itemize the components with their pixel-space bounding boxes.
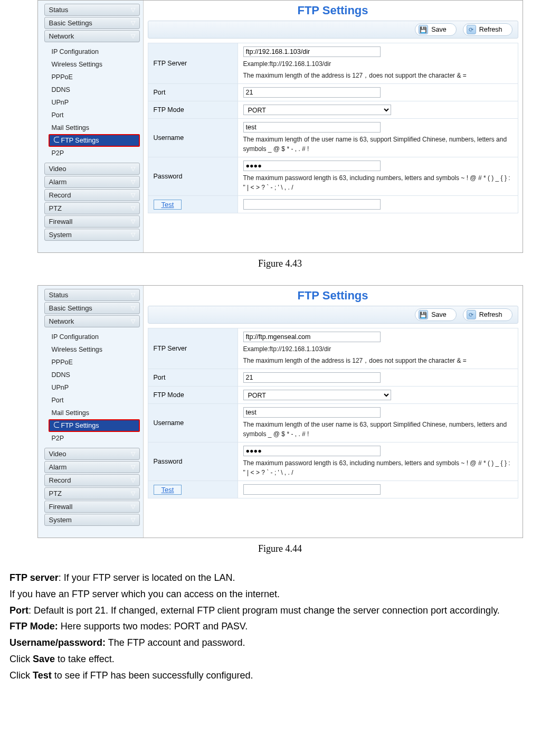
test-button[interactable]: Test — [154, 485, 182, 495]
settings-table: FTP Server Example:ftp://192.168.1.103/d… — [148, 328, 518, 498]
doc-p7c: to see if FTP has been successfully conf… — [52, 670, 253, 681]
sidebar-item-port[interactable]: Port — [49, 109, 140, 121]
sidebar-cat-network[interactable]: Network▽ — [44, 315, 140, 327]
sidebar-item-pppoe[interactable]: PPPoE — [49, 356, 140, 369]
ftp-mode-select[interactable]: PORT — [243, 105, 391, 115]
sidebar-item-ip-configuration[interactable]: IP Configuration — [49, 45, 140, 58]
port-input[interactable] — [243, 372, 381, 383]
ftp-mode-select[interactable]: PORT — [243, 390, 391, 400]
sidebar-item-pppoe[interactable]: PPPoE — [49, 71, 140, 83]
sidebar-cat-basic-settings[interactable]: Basic Settings▽ — [44, 302, 140, 314]
sidebar-cat-alarm[interactable]: Alarm▽ — [44, 461, 140, 473]
sidebar-cat-status[interactable]: Status▽ — [44, 289, 140, 301]
doc-p7a: Click — [10, 670, 33, 681]
label-ftp-mode: FTP Mode — [148, 101, 238, 119]
toolbar: 💾Save ⟳Refresh — [148, 21, 518, 39]
refresh-button[interactable]: ⟳Refresh — [463, 23, 512, 36]
chevron-down-icon: ▽ — [131, 291, 135, 298]
port-input[interactable] — [243, 87, 381, 98]
main-panel: FTP Settings 💾Save ⟳Refresh FTP Server E… — [144, 1, 523, 252]
chevron-down-icon: ▽ — [131, 33, 135, 40]
sidebar-item-ftp-settings[interactable]: FTP Settings — [49, 134, 140, 147]
hint-server-max: The maximum length of the address is 127… — [243, 356, 512, 365]
doc-p2: If you have an FTP server which you can … — [10, 587, 537, 602]
sidebar-cat-ptz[interactable]: PTZ▽ — [44, 202, 140, 214]
network-sublist: IP Configuration Wireless Settings PPPoE… — [44, 43, 140, 162]
refresh-icon: ⟳ — [467, 25, 476, 34]
sidebar-item-ip-configuration[interactable]: IP Configuration — [49, 331, 140, 343]
chevron-down-icon: ▽ — [131, 165, 135, 172]
hint-server-max: The maximum length of the address is 127… — [243, 71, 512, 80]
hint-server-example: Example:ftp://192.168.1.103/dir — [243, 344, 512, 354]
username-input[interactable] — [243, 122, 381, 133]
doc-p1-rest: : If your FTP server is located on the L… — [59, 572, 235, 583]
chevron-down-icon: ▽ — [131, 218, 135, 225]
sidebar-item-p2p[interactable]: P2P — [49, 432, 140, 445]
refresh-button[interactable]: ⟳Refresh — [463, 308, 512, 321]
sidebar-cat-system[interactable]: System▽ — [44, 514, 140, 526]
test-result-input[interactable] — [243, 484, 381, 495]
sidebar-item-port[interactable]: Port — [49, 394, 140, 407]
sidebar-cat-video[interactable]: Video▽ — [44, 448, 140, 460]
sidebar-cat-ptz[interactable]: PTZ▽ — [44, 487, 140, 500]
settings-table: FTP Server Example:ftp://192.168.1.103/d… — [148, 43, 518, 213]
label-username: Username — [148, 404, 238, 442]
test-result-input[interactable] — [243, 199, 381, 210]
label-ftp-server: FTP Server — [148, 328, 238, 369]
label-port: Port — [148, 84, 238, 101]
label-password: Password — [148, 157, 238, 196]
chevron-down-icon: ▽ — [131, 464, 135, 470]
sidebar: Status▽ Basic Settings▽ Network▽ IP Conf… — [38, 1, 144, 252]
refresh-icon: ⟳ — [467, 310, 476, 319]
sidebar-item-upnp[interactable]: UPnP — [49, 381, 140, 394]
page-title: FTP Settings — [297, 289, 368, 302]
sidebar-cat-status[interactable]: Status▽ — [44, 4, 140, 16]
username-input[interactable] — [243, 407, 381, 418]
password-input[interactable] — [243, 161, 381, 171]
ftp-server-input[interactable] — [243, 46, 381, 57]
sidebar-item-ddns[interactable]: DDNS — [49, 369, 140, 381]
sidebar-item-wireless-settings[interactable]: Wireless Settings — [49, 343, 140, 356]
doc-p3-bold: Port — [10, 605, 29, 616]
doc-p6c: to take effect. — [55, 654, 115, 664]
test-button[interactable]: Test — [154, 200, 182, 210]
sidebar-cat-basic-settings[interactable]: Basic Settings▽ — [44, 17, 140, 29]
hint-user-max: The maximum length of the user name is 6… — [243, 135, 512, 154]
chevron-down-icon: ▽ — [131, 318, 135, 325]
sidebar-cat-system[interactable]: System▽ — [44, 229, 140, 241]
sidebar-item-ftp-settings[interactable]: FTP Settings — [49, 419, 140, 432]
label-ftp-mode: FTP Mode — [148, 387, 238, 404]
save-icon: 💾 — [419, 25, 428, 34]
sidebar-cat-video[interactable]: Video▽ — [44, 163, 140, 175]
sidebar-cat-record[interactable]: Record▽ — [44, 189, 140, 201]
chevron-down-icon: ▽ — [131, 503, 135, 510]
doc-p5-bold: Username/password: — [10, 637, 106, 648]
doc-p4-rest: Here supports two modes: PORT and PASV. — [58, 621, 248, 632]
save-button[interactable]: 💾Save — [415, 308, 457, 321]
sidebar-cat-firewall[interactable]: Firewall▽ — [44, 501, 140, 513]
sidebar-item-mail-settings[interactable]: Mail Settings — [49, 407, 140, 419]
chevron-down-icon: ▽ — [131, 178, 135, 185]
sidebar-item-mail-settings[interactable]: Mail Settings — [49, 121, 140, 134]
password-input[interactable] — [243, 446, 381, 456]
chevron-down-icon: ▽ — [131, 477, 135, 484]
sidebar-item-p2p[interactable]: P2P — [49, 147, 140, 159]
ftp-server-input[interactable] — [243, 332, 381, 342]
figure-caption-44: Figure 4.44 — [0, 543, 560, 554]
chevron-down-icon: ▽ — [131, 305, 135, 312]
save-button[interactable]: 💾Save — [415, 23, 457, 36]
sidebar-cat-network[interactable]: Network▽ — [44, 30, 140, 42]
sidebar-cat-record[interactable]: Record▽ — [44, 474, 140, 486]
doc-p3-rest: : Default is port 21. If changed, extern… — [29, 605, 500, 616]
main-panel: FTP Settings 💾Save ⟳Refresh FTP Server E… — [144, 286, 523, 538]
label-username: Username — [148, 119, 238, 157]
sidebar-item-wireless-settings[interactable]: Wireless Settings — [49, 58, 140, 71]
sidebar-cat-firewall[interactable]: Firewall▽ — [44, 215, 140, 228]
hint-pass-max: The maximum password length is 63, inclu… — [243, 458, 512, 477]
sidebar-cat-alarm[interactable]: Alarm▽ — [44, 176, 140, 188]
sidebar-item-ddns[interactable]: DDNS — [49, 83, 140, 96]
chevron-down-icon: ▽ — [131, 6, 135, 13]
sidebar-item-upnp[interactable]: UPnP — [49, 96, 140, 109]
chevron-down-icon: ▽ — [131, 192, 135, 199]
hint-pass-max: The maximum password length is 63, inclu… — [243, 173, 512, 192]
